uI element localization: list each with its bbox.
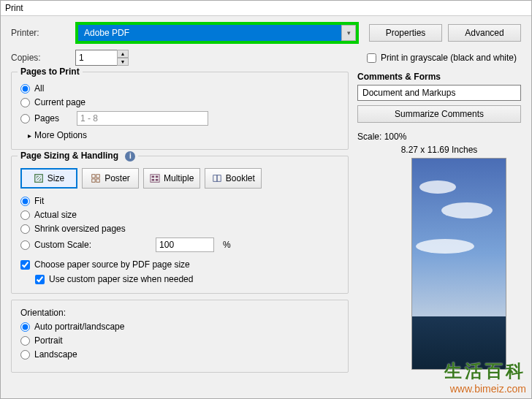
tab-size[interactable]: Size bbox=[20, 168, 77, 189]
fit-row: Fit bbox=[20, 196, 339, 206]
svg-rect-9 bbox=[156, 179, 159, 181]
help-icon[interactable]: i bbox=[125, 151, 135, 162]
custom-scale-radio[interactable] bbox=[20, 240, 30, 250]
pages-to-print-title: Pages to Print bbox=[18, 66, 83, 77]
preview-sky bbox=[412, 159, 506, 316]
multiple-icon bbox=[150, 173, 160, 183]
orient-auto-row: Auto portrait/landscape bbox=[20, 322, 339, 332]
pages-all-radio[interactable] bbox=[20, 84, 30, 94]
orient-landscape-radio[interactable] bbox=[20, 350, 30, 360]
choose-paper-checkbox[interactable] bbox=[20, 260, 30, 270]
pages-range-row: Pages bbox=[20, 111, 339, 126]
copies-label: Copies: bbox=[11, 53, 75, 63]
orient-portrait-row: Portrait bbox=[20, 335, 339, 346]
comments-title: Comments & Forms bbox=[357, 72, 521, 82]
copies-input[interactable] bbox=[75, 50, 118, 66]
svg-rect-6 bbox=[152, 176, 155, 178]
pages-range-radio[interactable] bbox=[20, 114, 30, 123]
printer-select[interactable]: Adobe PDF bbox=[78, 25, 341, 41]
svg-rect-7 bbox=[156, 176, 159, 178]
orientation-group: Orientation: Auto portrait/landscape Por… bbox=[11, 300, 349, 373]
summarize-comments-button[interactable]: Summarize Comments bbox=[357, 105, 521, 123]
actual-label: Actual size bbox=[34, 210, 77, 220]
pages-all-row: All bbox=[20, 83, 339, 94]
svg-rect-5 bbox=[151, 175, 159, 183]
properties-button[interactable]: Properties bbox=[369, 24, 442, 42]
pages-range-label: Pages bbox=[34, 113, 59, 123]
grayscale-checkbox[interactable] bbox=[367, 53, 376, 63]
more-options-label: More Options bbox=[34, 130, 87, 140]
svg-rect-8 bbox=[152, 179, 155, 181]
sizing-tabs: Size Poster Multiple Booklet bbox=[20, 168, 339, 189]
custom-scale-input[interactable] bbox=[156, 238, 214, 252]
copies-spinner: ▲ ▼ bbox=[117, 50, 129, 66]
pages-range-input[interactable] bbox=[77, 111, 208, 126]
svg-rect-2 bbox=[96, 175, 99, 178]
use-custom-row: Use custom paper size when needed bbox=[35, 274, 339, 284]
svg-rect-1 bbox=[92, 175, 95, 178]
copies-row: Copies: ▲ ▼ Print in grayscale (black an… bbox=[11, 50, 521, 66]
preview-scale-label: Scale: 100% bbox=[357, 132, 521, 142]
orient-portrait-radio[interactable] bbox=[20, 336, 30, 346]
comments-selected-value: Document and Markups bbox=[362, 88, 455, 98]
shrink-row: Shrink oversized pages bbox=[20, 224, 339, 234]
orient-landscape-row: Landscape bbox=[20, 349, 339, 360]
booklet-icon bbox=[212, 173, 222, 183]
choose-paper-row: Choose paper source by PDF page size bbox=[20, 259, 339, 270]
printer-highlight-box: Adobe PDF ▾ bbox=[75, 22, 359, 44]
tab-booklet[interactable]: Booklet bbox=[205, 168, 262, 189]
custom-scale-row: Custom Scale: % bbox=[20, 238, 339, 252]
window-titlebar: Print bbox=[1, 1, 531, 16]
print-dialog: Print Printer: Adobe PDF ▾ Properties Ad… bbox=[0, 0, 532, 399]
fit-label: Fit bbox=[34, 196, 44, 206]
preview-cloud bbox=[416, 239, 474, 254]
pages-current-row: Current page bbox=[20, 97, 339, 107]
preview-ground bbox=[412, 316, 506, 369]
size-icon bbox=[34, 173, 44, 183]
copies-spinner-down[interactable]: ▼ bbox=[117, 58, 129, 66]
custom-scale-label: Custom Scale: bbox=[34, 240, 91, 250]
printer-label: Printer: bbox=[11, 28, 75, 38]
triangle-right-icon: ▸ bbox=[28, 132, 31, 140]
window-title: Print bbox=[5, 3, 23, 13]
svg-rect-3 bbox=[92, 179, 95, 182]
comments-select[interactable]: Document and Markups bbox=[357, 85, 521, 101]
actual-radio[interactable] bbox=[20, 210, 30, 220]
pages-current-label: Current page bbox=[34, 97, 86, 107]
page-preview bbox=[411, 158, 506, 370]
poster-icon bbox=[91, 173, 101, 183]
use-custom-checkbox[interactable] bbox=[35, 275, 45, 284]
grayscale-checkbox-row: Print in grayscale (black and white) bbox=[367, 53, 517, 63]
page-sizing-group: Page Sizing & Handling i Size Poster bbox=[11, 156, 349, 294]
fit-radio[interactable] bbox=[20, 197, 30, 206]
percent-label: % bbox=[223, 240, 231, 250]
grayscale-label: Print in grayscale (black and white) bbox=[381, 53, 517, 63]
use-custom-label: Use custom paper size when needed bbox=[49, 274, 193, 284]
advanced-button[interactable]: Advanced bbox=[448, 24, 521, 42]
preview-dims-label: 8.27 x 11.69 Inches bbox=[357, 145, 521, 155]
orientation-title: Orientation: bbox=[20, 308, 339, 318]
tab-poster[interactable]: Poster bbox=[82, 168, 139, 189]
left-column: Pages to Print All Current page Pages bbox=[11, 72, 349, 379]
chevron-down-icon[interactable]: ▾ bbox=[341, 25, 356, 41]
shrink-label: Shrink oversized pages bbox=[34, 224, 126, 234]
right-column: Comments & Forms Document and Markups Su… bbox=[357, 72, 521, 379]
orient-landscape-label: Landscape bbox=[34, 349, 77, 360]
shrink-radio[interactable] bbox=[20, 224, 30, 234]
orient-auto-radio[interactable] bbox=[20, 322, 30, 332]
preview-cloud bbox=[441, 202, 493, 218]
orient-auto-label: Auto portrait/landscape bbox=[34, 322, 124, 332]
actual-row: Actual size bbox=[20, 210, 339, 220]
tab-multiple[interactable]: Multiple bbox=[143, 168, 200, 189]
pages-all-label: All bbox=[34, 83, 44, 94]
copies-spinner-up[interactable]: ▲ bbox=[117, 50, 129, 58]
page-sizing-title: Page Sizing & Handling i bbox=[18, 151, 138, 162]
choose-paper-label: Choose paper source by PDF page size bbox=[34, 259, 190, 270]
printer-row: Printer: Adobe PDF ▾ Properties Advanced bbox=[11, 22, 521, 44]
printer-selected-value: Adobe PDF bbox=[84, 28, 129, 38]
pages-current-radio[interactable] bbox=[20, 98, 30, 107]
preview-cloud bbox=[419, 180, 456, 194]
main-split: Pages to Print All Current page Pages bbox=[11, 72, 521, 379]
more-options-toggle[interactable]: ▸ More Options bbox=[28, 130, 339, 140]
svg-rect-4 bbox=[96, 179, 99, 182]
